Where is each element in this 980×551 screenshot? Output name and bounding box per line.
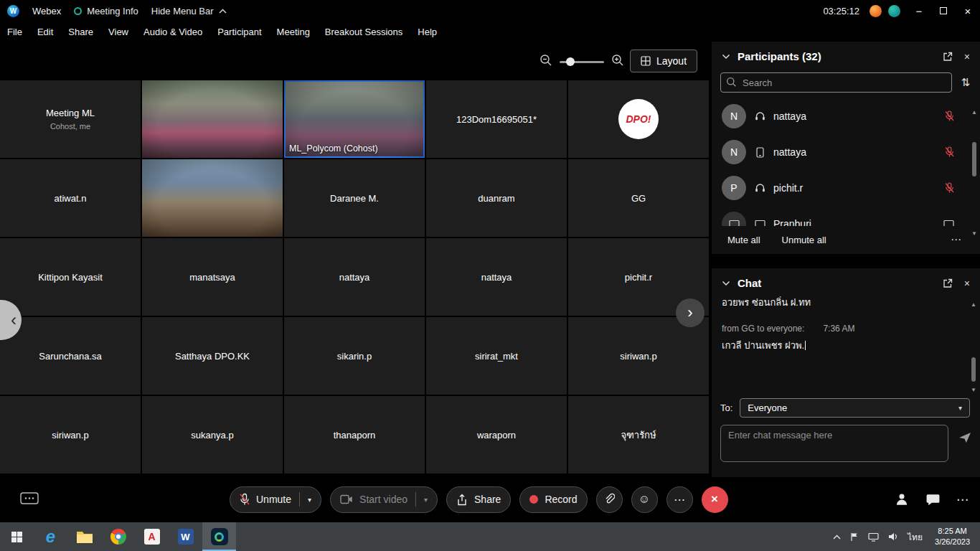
layout-button[interactable]: Layout	[630, 50, 697, 72]
participant-tile[interactable]: nattaya	[426, 238, 567, 316]
participant-tile[interactable]: siriwan.p	[0, 396, 141, 474]
maximize-button[interactable]	[931, 0, 956, 22]
attach-file-button[interactable]	[596, 486, 623, 513]
volume-icon[interactable]	[888, 532, 898, 541]
unmute-button[interactable]: Unmute ▾	[230, 486, 321, 513]
mute-all-button[interactable]: Mute all	[727, 235, 760, 245]
taskbar-item-webex[interactable]	[202, 522, 236, 551]
language-indicator[interactable]: ไทย	[908, 530, 923, 544]
participant-tile[interactable]: Daranee M.	[284, 159, 425, 237]
participant-row[interactable]: Nnattaya	[712, 98, 980, 134]
participant-tile[interactable]: GG	[568, 159, 709, 237]
flag-icon[interactable]	[850, 532, 859, 542]
taskbar-item-acrobat[interactable]: A	[135, 522, 169, 551]
participant-tile[interactable]: duanram	[426, 159, 567, 237]
caption-icon[interactable]	[20, 492, 39, 509]
video-tile[interactable]: ML_Polycom (Cohost)	[284, 80, 425, 158]
status-icon-orange[interactable]	[870, 5, 882, 17]
participants-toggle-button[interactable]	[894, 491, 910, 507]
scroll-down-icon[interactable]: ▼	[970, 387, 977, 393]
muted-mic-icon[interactable]	[945, 146, 954, 158]
zoom-slider[interactable]	[560, 61, 604, 63]
video-system-icon[interactable]	[943, 220, 954, 227]
participant-tile[interactable]: Kittipon Kayasit	[0, 238, 141, 316]
leave-meeting-button[interactable]: ×	[702, 486, 728, 513]
chat-toggle-button[interactable]	[925, 492, 941, 507]
participant-tile[interactable]: จุฑารักษ์	[568, 396, 709, 474]
scroll-down-icon[interactable]: ▼	[971, 230, 977, 237]
unmute-all-button[interactable]: Unmute all	[782, 235, 826, 245]
menu-item-meeting[interactable]: Meeting	[277, 27, 310, 37]
hide-menu-bar-button[interactable]: Hide Menu Bar	[151, 6, 227, 17]
sort-participants-icon[interactable]: ⇅	[961, 76, 970, 89]
share-button[interactable]: Share	[446, 486, 511, 513]
tray-expand-icon[interactable]	[833, 534, 841, 540]
participant-tile[interactable]: thanaporn	[284, 396, 425, 474]
taskbar-clock[interactable]: 8:25 AM 3/26/2023	[932, 526, 973, 547]
meeting-info-button[interactable]: Meeting Info	[74, 6, 138, 17]
chevron-down-icon[interactable]	[722, 54, 730, 60]
close-chat-icon[interactable]: ×	[964, 278, 970, 289]
participant-tile[interactable]: waraporn	[426, 396, 567, 474]
participants-more-button[interactable]: ⋯	[951, 233, 961, 246]
zoom-in-icon[interactable]	[611, 54, 624, 70]
chat-scroll-thumb[interactable]	[971, 357, 976, 382]
menu-item-help[interactable]: Help	[418, 27, 437, 37]
menu-item-view[interactable]: View	[108, 27, 128, 37]
chevron-down-icon[interactable]: ▾	[424, 496, 428, 504]
scroll-up-icon[interactable]: ▲	[971, 109, 977, 116]
menu-item-audio-video[interactable]: Audio & Video	[143, 27, 202, 37]
taskbar-item-internet-explorer[interactable]: e	[34, 522, 67, 551]
participant-row[interactable]: Pranburi	[712, 206, 980, 226]
emoji-button[interactable]: ☺	[631, 486, 658, 513]
participant-tile[interactable]: sikarin.p	[284, 317, 425, 395]
zoom-out-icon[interactable]	[540, 54, 552, 70]
muted-mic-icon[interactable]	[945, 182, 954, 194]
participant-tile[interactable]: manatsaya	[142, 238, 283, 316]
taskbar-item-chrome[interactable]	[101, 522, 135, 551]
video-tile[interactable]	[142, 80, 283, 158]
participant-tile[interactable]: sirirat_mkt	[426, 317, 567, 395]
participant-tile[interactable]: nattaya	[284, 238, 425, 316]
zoom-slider-knob[interactable]	[566, 57, 575, 66]
popout-panel-icon[interactable]	[943, 278, 953, 288]
record-button[interactable]: Record	[519, 486, 587, 513]
close-participants-icon[interactable]: ×	[964, 51, 970, 62]
menu-item-participant[interactable]: Participant	[217, 27, 261, 37]
menu-item-file[interactable]: File	[7, 27, 22, 37]
menu-item-edit[interactable]: Edit	[37, 27, 53, 37]
video-tile[interactable]	[142, 159, 283, 237]
participant-tile[interactable]: Meeting MLCohost, me	[0, 80, 141, 158]
menu-item-share[interactable]: Share	[68, 27, 93, 37]
recipient-dropdown[interactable]: Everyone ▾	[740, 398, 970, 418]
participant-tile[interactable]: DPO!	[568, 80, 709, 158]
participants-scroll-thumb[interactable]	[972, 142, 976, 176]
status-icon-teal[interactable]	[888, 5, 900, 17]
muted-mic-icon[interactable]	[945, 110, 954, 122]
more-options-button[interactable]: ⋯	[666, 486, 693, 513]
taskbar-item-word[interactable]: W	[169, 522, 202, 551]
participants-search-input[interactable]	[720, 72, 952, 93]
participant-tile[interactable]: Satthaya DPO.KK	[142, 317, 283, 395]
popout-panel-icon[interactable]	[943, 52, 953, 62]
participant-tile[interactable]: 123Dom16695051*	[426, 80, 567, 158]
participant-tile[interactable]: atiwat.n	[0, 159, 141, 237]
participant-tile[interactable]: siriwan.p	[568, 317, 709, 395]
start-video-button[interactable]: Start video ▾	[330, 486, 438, 513]
menu-item-breakout-sessions[interactable]: Breakout Sessions	[325, 27, 402, 37]
chat-input[interactable]	[728, 430, 941, 457]
taskbar-item-file-explorer[interactable]	[67, 522, 101, 551]
minimize-button[interactable]: −	[907, 0, 931, 22]
close-window-button[interactable]: ×	[956, 0, 980, 22]
chevron-down-icon[interactable]: ▾	[308, 496, 311, 504]
participant-row[interactable]: Nnattaya	[712, 134, 980, 170]
chevron-down-icon[interactable]	[722, 281, 730, 286]
panel-options-button[interactable]: ⋯	[956, 492, 969, 507]
start-button[interactable]	[0, 522, 34, 551]
display-icon[interactable]	[868, 532, 879, 542]
send-message-button[interactable]	[958, 432, 971, 446]
participant-tile[interactable]: sukanya.p	[142, 396, 283, 474]
participant-row[interactable]: Ppichit.r	[712, 170, 980, 206]
participant-tile[interactable]: Sarunchana.sa	[0, 317, 141, 395]
next-page-button[interactable]: ›	[676, 298, 705, 327]
